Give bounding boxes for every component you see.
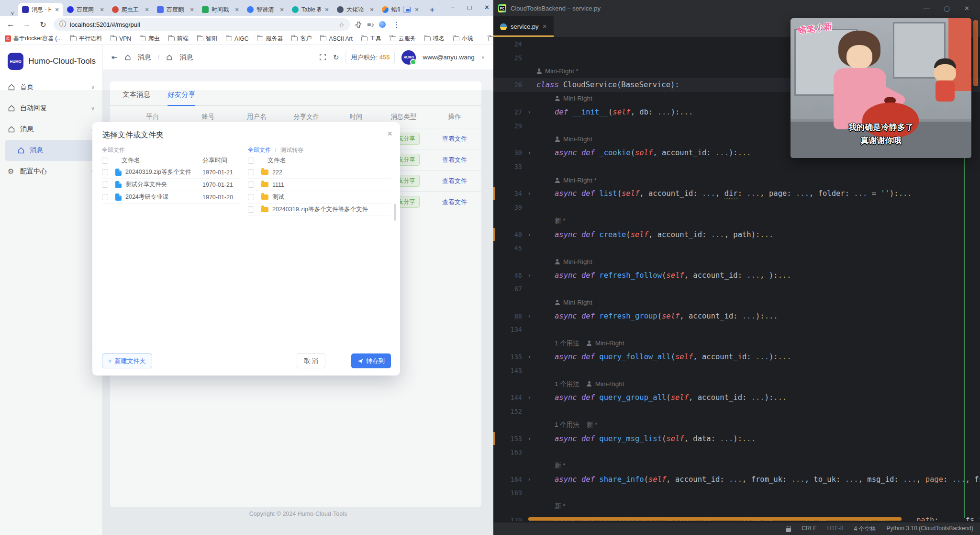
tab-close-icon[interactable]: ✕ xyxy=(278,7,285,13)
bookmark-item[interactable]: ASCII Art xyxy=(320,35,352,42)
transfer-button[interactable]: 转存到 xyxy=(351,353,391,368)
tab-close-icon[interactable]: ✕ xyxy=(99,7,105,13)
close-button[interactable]: ✕ xyxy=(964,5,969,12)
fold-arrow-icon[interactable]: › xyxy=(522,231,536,238)
fold-arrow-icon[interactable]: › xyxy=(522,313,536,319)
minimize-button[interactable]: — xyxy=(924,5,930,12)
bookmark-item[interactable]: AIGC xyxy=(226,35,248,42)
browser-tab[interactable]: 蜡笔✕ xyxy=(378,3,423,16)
code-vision-annotation[interactable]: 1 个用法Mini-Right xyxy=(536,339,624,348)
bookmark-item[interactable]: 服务器 xyxy=(257,34,283,43)
extension-drop-icon[interactable] xyxy=(379,21,386,28)
bookmark-star-icon[interactable]: ☆ xyxy=(339,21,345,28)
fold-arrow-icon[interactable]: › xyxy=(522,190,536,197)
bookmark-item[interactable]: 工具 xyxy=(361,34,381,43)
picture-in-picture-video[interactable]: 蜡笔小新 我的确是冷静多了 真谢谢你哦 xyxy=(791,18,971,158)
browser-tab[interactable]: 百度网✕ xyxy=(63,3,108,16)
row-checkbox[interactable] xyxy=(102,169,108,175)
row-checkbox[interactable] xyxy=(248,206,254,213)
code-vision-annotation[interactable]: 1 个用法Mini-Right xyxy=(536,380,624,388)
browser-tab[interactable]: Table 表✕ xyxy=(288,3,333,16)
site-info-icon[interactable]: ⓘ xyxy=(59,20,66,29)
code-vision-annotation[interactable]: Mini-Right xyxy=(536,258,592,265)
row-checkbox[interactable] xyxy=(102,194,108,200)
code-vision-annotation[interactable]: 新 * xyxy=(536,216,566,225)
username[interactable]: www@anyu.wang xyxy=(423,54,474,61)
tab-close-icon[interactable]: ✕ xyxy=(234,7,240,13)
folder-row[interactable]: 测试 xyxy=(248,191,390,204)
folder-row[interactable]: 1111 xyxy=(248,179,390,191)
new-tab-button[interactable]: + xyxy=(426,4,438,16)
fold-arrow-icon[interactable]: › xyxy=(522,476,536,483)
tab-close-icon[interactable]: ✕ xyxy=(368,7,375,13)
code-vision-annotation[interactable]: Mini-Right xyxy=(536,299,592,306)
list-scrollbar-thumb[interactable] xyxy=(394,204,396,221)
tab-close-icon[interactable]: ✕ xyxy=(323,7,330,13)
sidebar-collapse-icon[interactable]: ⇤ xyxy=(111,53,118,62)
folder-row[interactable]: 222 xyxy=(248,166,390,179)
breadcrumb-first[interactable]: 消息 xyxy=(138,53,151,62)
browser-menu-icon[interactable]: ⋮ xyxy=(390,20,402,29)
browser-tab[interactable]: 爬虫工✕ xyxy=(108,3,153,16)
folder-row[interactable]: 20240319.zip等多个文件等多个文件 xyxy=(248,204,390,216)
back-button[interactable]: ← xyxy=(5,20,16,29)
tab-close-icon[interactable]: ✕ xyxy=(144,7,150,13)
status-item[interactable]: Python 3.10 (CloudToolsBackend) xyxy=(887,525,973,533)
select-all-checkbox[interactable] xyxy=(102,158,108,164)
user-avatar[interactable]: HUMO xyxy=(401,50,416,65)
fold-arrow-icon[interactable]: › xyxy=(522,435,536,442)
bookmark-item[interactable]: VPN xyxy=(111,35,131,42)
select-all-checkbox[interactable] xyxy=(248,158,254,164)
maximize-button[interactable]: ▢ xyxy=(467,4,472,11)
forward-button[interactable]: → xyxy=(21,20,33,29)
row-checkbox[interactable] xyxy=(248,169,254,175)
close-button[interactable]: ✕ xyxy=(484,4,490,11)
tab-close-icon[interactable]: ✕ xyxy=(189,7,195,13)
browser-tab[interactable]: 百度翻✕ xyxy=(153,3,198,16)
refresh-icon[interactable]: ↻ xyxy=(333,53,339,62)
row-checkbox[interactable] xyxy=(102,182,108,188)
row-checkbox[interactable] xyxy=(248,194,254,200)
bookmark-item[interactable]: C基于docker容器 (... xyxy=(5,34,62,43)
fold-arrow-icon[interactable]: › xyxy=(522,272,536,279)
address-bar[interactable]: ⓘ localhost:5201/#/msg/pull ☆ xyxy=(54,18,350,31)
tab-close-icon[interactable]: ✕ xyxy=(413,7,420,13)
browser-tab[interactable]: 消息 - H✕ xyxy=(18,3,63,16)
bookmark-item[interactable]: 智阳 xyxy=(197,34,217,43)
tab-close-icon[interactable]: ✕ xyxy=(543,23,547,30)
code-vision-annotation[interactable]: 新 * xyxy=(536,502,566,511)
browser-tab[interactable]: 时间戳✕ xyxy=(198,3,243,16)
bookmark-item[interactable]: 爬虫 xyxy=(140,34,160,43)
extensions-puzzle-icon[interactable] xyxy=(355,21,362,28)
code-vision-annotation[interactable]: Mini-Right xyxy=(536,95,592,102)
dialog-close-icon[interactable]: × xyxy=(387,129,392,139)
bookmark-item[interactable]: 小说 xyxy=(453,34,473,43)
code-vision-annotation[interactable]: Mini-Right * xyxy=(536,177,597,184)
row-checkbox[interactable] xyxy=(248,182,254,188)
bookmark-item[interactable]: 客户 xyxy=(291,34,312,43)
bookmark-item[interactable]: 前端 xyxy=(168,34,189,43)
horizontal-scrollbar-thumb[interactable] xyxy=(528,517,902,521)
status-item[interactable]: 4 个空格 xyxy=(854,525,876,533)
bookmark-item[interactable]: 域名 xyxy=(424,34,445,43)
fullscreen-icon[interactable] xyxy=(319,54,326,61)
browser-tab[interactable]: 大佬论✕ xyxy=(333,3,378,16)
maximize-button[interactable]: ▢ xyxy=(944,5,950,12)
reading-list-icon[interactable]: ≡♪ xyxy=(367,21,374,28)
reload-button[interactable]: ↻ xyxy=(37,20,49,29)
fold-arrow-icon[interactable]: › xyxy=(522,149,536,156)
cancel-button[interactable]: 取 消 xyxy=(297,353,325,368)
fold-arrow-icon[interactable]: › xyxy=(522,394,536,401)
breadcrumb-root-link[interactable]: 全部文件 xyxy=(248,147,271,153)
code-vision-annotation[interactable]: Mini-Right xyxy=(536,136,592,143)
tab-service-py[interactable]: service.py ✕ xyxy=(493,16,554,37)
file-row[interactable]: 20240319.zip等多个文件1970-01-21 xyxy=(102,166,241,179)
minimize-button[interactable]: – xyxy=(451,4,454,11)
status-item[interactable]: UTF-8 xyxy=(827,525,844,533)
status-item[interactable]: CRLF xyxy=(802,525,816,533)
lock-icon[interactable] xyxy=(786,526,791,532)
code-vision-annotation[interactable]: 1 个用法新 * xyxy=(536,421,597,429)
tab-close-icon[interactable]: ✕ xyxy=(54,7,60,13)
fold-arrow-icon[interactable]: › xyxy=(522,109,536,115)
file-row[interactable]: 2024考研专业课1970-01-20 xyxy=(102,191,241,204)
